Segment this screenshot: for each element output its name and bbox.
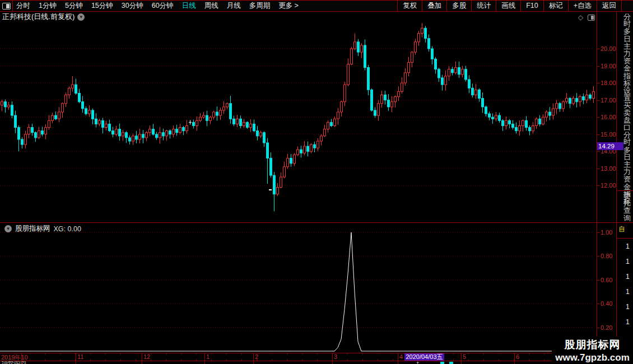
stock-title: 正邦科技(日线.前复权) (2, 12, 75, 22)
tool-button-+自选[interactable]: +自选 (568, 1, 597, 11)
tool-button-F10[interactable]: F10 (520, 1, 543, 11)
white-dash-marker (269, 189, 272, 190)
watermark-url: www.7gpzb.com (555, 352, 630, 363)
tool-button-多股[interactable]: 多股 (446, 1, 471, 11)
period-tab-多周期[interactable]: 多周期 (249, 1, 271, 11)
axis-left-border (597, 12, 597, 361)
candlestick-chart[interactable] (0, 21, 597, 222)
price-axis-label: 17.00 (601, 97, 616, 104)
cut-plus-glyph: + (416, 361, 419, 364)
month-separator (76, 353, 76, 361)
price-axis-label: 15.00 (601, 131, 616, 138)
period-tab-30分钟[interactable]: 30分钟 (122, 1, 143, 11)
period-tab-分时[interactable]: 分时 (16, 1, 30, 11)
divider (617, 238, 633, 239)
month-separator (332, 353, 333, 361)
indicator-chart[interactable] (0, 222, 597, 353)
period-tab-1分钟[interactable]: 1分钟 (39, 1, 57, 11)
divider (617, 222, 633, 223)
cut-tick (76, 361, 76, 364)
strip-one-digit: 1 (626, 273, 630, 281)
indicator-header: ▾ 股朋指标网 XG: 0.00 (2, 224, 81, 234)
strip-one-digit: 1 (626, 303, 630, 311)
cut-tick (332, 361, 333, 364)
month-separator (514, 353, 515, 361)
month-label: 11 (77, 353, 83, 360)
price-axis-label: 20.00 (601, 45, 616, 52)
month-label: 3 (334, 353, 337, 360)
cut-tick (514, 361, 515, 364)
price-tick (597, 117, 600, 118)
cut-cyan-block (449, 362, 453, 364)
cut-tick (253, 361, 254, 364)
strip-highlight-char[interactable]: 自 (618, 225, 625, 234)
watermark-title: 股朋指标网 (565, 338, 621, 352)
price-tick (597, 66, 600, 67)
cut-tick (398, 361, 398, 364)
chevron-down-icon[interactable]: ▾ (4, 225, 12, 232)
price-tick (597, 49, 600, 49)
price-tick (597, 100, 600, 101)
month-label: 1 (206, 353, 210, 360)
period-tab-5分钟[interactable]: 5分钟 (65, 1, 83, 11)
period-tab-60分钟[interactable]: 60分钟 (152, 1, 174, 11)
tool-button-画线[interactable]: 画线 (496, 1, 520, 11)
tool-button-标记[interactable]: 标记 (543, 1, 568, 11)
crosshair-date-box: 2020/04/03五 (404, 353, 444, 361)
cut-cyan-block (440, 362, 444, 364)
tool-button-返回[interactable]: 返回 (597, 1, 622, 11)
tool-button-叠加[interactable]: 叠加 (422, 1, 446, 11)
period-tab-更多 >[interactable]: 更多 > (278, 1, 299, 11)
strip-vertical-text: 委托查询 (623, 192, 633, 221)
cut-tick (142, 361, 142, 364)
indicator-tick (597, 256, 600, 256)
watermark: 股朋指标网 www.7gpzb.com (552, 337, 633, 364)
tool-button-复权[interactable]: 复权 (397, 1, 422, 11)
month-label: 4 (399, 353, 403, 360)
month-label: 6 (516, 353, 519, 360)
layout-toggle-icon[interactable] (2, 3, 11, 10)
tool-button-统计[interactable]: 统计 (471, 1, 496, 11)
month-label: 5 (463, 353, 466, 360)
diamond-icon[interactable]: ◇ (578, 13, 583, 21)
strip-one-digit: 1 (626, 242, 630, 250)
top-menu-bar: 分时1分钟5分钟15分钟30分钟60分钟日线周线月线多周期更多 > 复权叠加多股… (0, 0, 633, 12)
period-tab-日线[interactable]: 日线 (182, 1, 196, 11)
indicator-name: 股朋指标网 (15, 224, 50, 234)
price-tick (597, 134, 600, 135)
strip-vertical-text: 分时多日主力资金指标设置买卖盘口分时多日主力资金指标 (623, 13, 633, 205)
period-tab-月线[interactable]: 月线 (227, 1, 241, 11)
tools-nav: 复权叠加多股统计画线F10标记+自选返回 (397, 1, 622, 11)
bottom-cut-row: 指标图例 + (0, 361, 616, 364)
time-axis: 2019年101112123456 (0, 353, 616, 361)
price-axis-label: 19.00 (601, 63, 616, 69)
last-price-tag: 14.29 (597, 142, 623, 150)
strip-one-digit: 1 (626, 318, 630, 326)
month-label: 2 (255, 353, 258, 360)
chevron-down-icon[interactable]: ▾ (77, 13, 85, 21)
panel-divider-line (0, 222, 616, 223)
price-tick (597, 151, 600, 152)
period-tab-15分钟[interactable]: 15分钟 (91, 1, 113, 11)
month-label: 12 (143, 353, 150, 360)
indicator-axis-label: 0.60 (601, 277, 616, 283)
price-tick (597, 83, 600, 83)
indicator-value: XG: 0.00 (54, 225, 81, 233)
strip-one-digit: 1 (626, 288, 630, 296)
strip-one-digit: 1 (626, 258, 630, 265)
price-tick (597, 185, 600, 186)
cut-tick (204, 361, 205, 364)
tdx-app-window: 分时1分钟5分钟15分钟30分钟60分钟日线周线月线多周期更多 > 复权叠加多股… (0, 0, 633, 364)
month-separator (142, 353, 142, 361)
chart-title-row: 正邦科技(日线.前复权) ▾ (0, 12, 596, 21)
cut-tick (21, 361, 22, 364)
month-separator (461, 353, 462, 361)
period-tab-周线[interactable]: 周线 (204, 1, 218, 11)
right-side-strip[interactable]: 分时多日主力资金指标设置买卖盘口分时多日主力资金指标 委托查询 自 111111 (617, 12, 633, 364)
month-separator (398, 353, 398, 361)
indicator-axis-label: 0.80 (601, 253, 616, 259)
divider (617, 190, 633, 191)
split-pane-icon[interactable] (588, 15, 595, 21)
indicator-axis-label: 1.00 (601, 229, 616, 236)
period-nav: 分时1分钟5分钟15分钟30分钟60分钟日线周线月线多周期更多 > (16, 1, 299, 11)
